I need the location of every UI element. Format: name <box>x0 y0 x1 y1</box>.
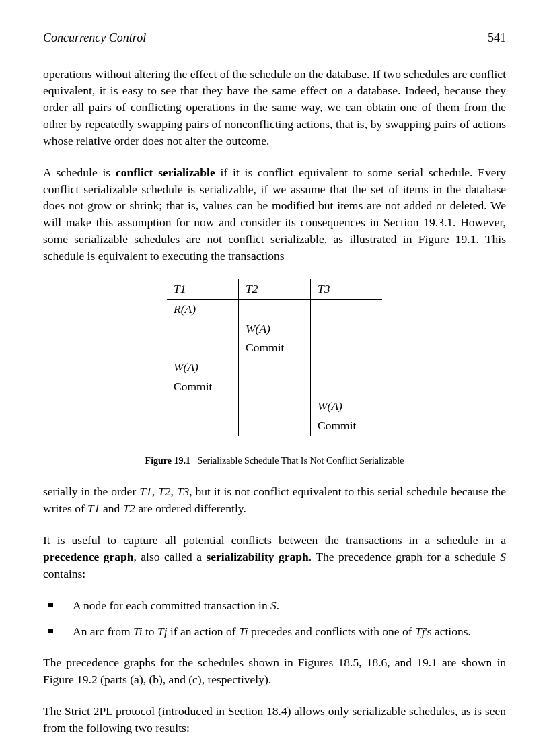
txn-ti: Ti <box>133 625 143 638</box>
cell: Commit <box>246 341 284 354</box>
table-row: W(A) <box>167 319 382 339</box>
table-row: Commit <box>167 377 382 397</box>
paragraph-3: serially in the order T1, T2, T3, but it… <box>43 483 506 517</box>
figure-caption-text: Serializable Schedule That Is Not Confli… <box>198 456 404 466</box>
text: , <box>152 485 158 498</box>
txn-tj: Tj <box>157 625 168 638</box>
col-header-t3: T3 <box>318 282 330 296</box>
paragraph-4: It is useful to capture all potential co… <box>43 532 506 582</box>
list-item: An arc from Ti to Tj if an action of Ti … <box>43 623 506 640</box>
text: precedes and conflicts with one of <box>248 625 415 638</box>
text: An arc from <box>73 625 133 638</box>
txn-t3: T3 <box>177 485 189 498</box>
page-number: 541 <box>488 30 506 47</box>
table-row: Commit <box>167 416 382 436</box>
cell: W(A) <box>246 322 270 335</box>
text: and <box>100 502 123 515</box>
text: A node for each committed transaction in <box>73 598 270 612</box>
table-row: W(A) <box>167 357 382 377</box>
text: 's actions. <box>425 625 471 638</box>
txn-tj: Tj <box>415 625 425 638</box>
txn-t1: T1 <box>139 485 151 498</box>
schedule-s: S <box>500 550 506 563</box>
paragraph-2: A schedule is conflict serializable if i… <box>43 164 506 265</box>
text: , <box>170 485 176 498</box>
bullet-list: A node for each committed transaction in… <box>43 597 506 640</box>
schedule-table: T1 T2 T3 R(A) W(A) Commit <box>167 279 382 436</box>
list-item: A node for each committed transaction in… <box>43 597 506 614</box>
text: A schedule is <box>43 166 116 179</box>
paragraph-6: The Strict 2PL protocol (introduced in S… <box>43 703 506 736</box>
schedule-s: S <box>270 598 277 612</box>
paragraph-5: The precedence graphs for the schedules … <box>43 654 506 688</box>
term-serializability-graph: serializability graph <box>206 550 308 563</box>
col-header-t2: T2 <box>246 282 258 296</box>
txn-t2: T2 <box>158 485 170 498</box>
cell: W(A) <box>318 399 342 413</box>
text: to <box>143 625 157 638</box>
page: Concurrency Control 541 operations witho… <box>0 0 549 756</box>
paragraph-1: operations without altering the effect o… <box>43 66 506 149</box>
text: contains: <box>43 567 85 580</box>
text: . <box>277 598 279 612</box>
term-conflict-serializable: conflict serializable <box>116 166 215 179</box>
table-row: W(A) <box>167 397 382 416</box>
text: are ordered differently. <box>135 502 246 515</box>
text: , also called a <box>133 550 206 563</box>
table-row: Commit <box>167 338 382 357</box>
text: . The precedence graph for a schedule <box>309 550 500 563</box>
cell: Commit <box>318 419 356 432</box>
figure-caption: Figure 19.1 Serializable Schedule That I… <box>43 454 506 468</box>
cell: R(A) <box>174 302 196 316</box>
text: if it is conflict equivalent to some ser… <box>43 166 506 263</box>
term-precedence-graph: precedence graph <box>43 550 133 563</box>
text: It is useful to capture all potential co… <box>43 533 506 547</box>
col-header-t1: T1 <box>174 282 186 296</box>
cell: W(A) <box>174 360 198 374</box>
text: serially in the order <box>43 485 139 498</box>
table-row: R(A) <box>167 299 382 318</box>
header-title: Concurrency Control <box>43 30 146 47</box>
text: if an action of <box>168 625 239 638</box>
figure-19-1: T1 T2 T3 R(A) W(A) Commit <box>167 279 382 436</box>
txn-t2: T2 <box>123 502 135 515</box>
running-header: Concurrency Control 541 <box>43 30 506 47</box>
txn-ti: Ti <box>239 625 248 638</box>
txn-t1: T1 <box>87 502 100 515</box>
cell: Commit <box>174 380 212 393</box>
figure-label: Figure 19.1 <box>145 456 190 466</box>
